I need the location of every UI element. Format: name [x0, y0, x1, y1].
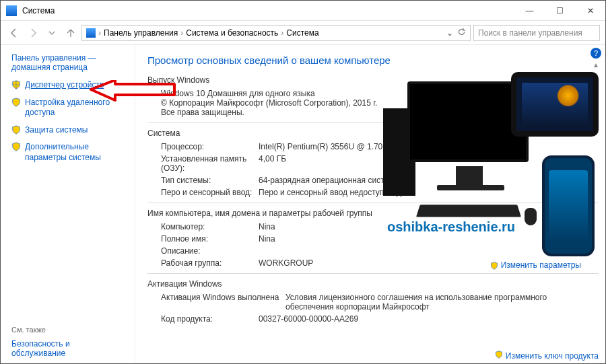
see-also-heading: См. также [11, 326, 126, 334]
back-button[interactable] [6, 25, 22, 41]
cpu-value: Intel(R) Pentium(R) 3556U @ 1.70GHz 1 [259, 142, 599, 151]
address-bar[interactable]: › Панель управления › Система и безопасн… [81, 25, 471, 41]
chevron-right-icon: › [281, 28, 283, 38]
crumb-control-panel[interactable]: Панель управления [104, 28, 178, 38]
ram-label: Установленная память (ОЗУ): [161, 154, 259, 173]
activation-status: Активация Windows выполнена [161, 293, 285, 312]
sidebar-item-label: Настройка удаленного доступа [25, 98, 131, 118]
scroll-up-icon[interactable]: ▲ [593, 61, 599, 69]
window-title: Система [22, 6, 514, 15]
desc-value [259, 246, 599, 256]
license-terms-link[interactable]: Условия лицензионного соглашения на испо… [285, 293, 575, 312]
right-rail: ? ▲ [591, 48, 601, 69]
app-icon [6, 5, 17, 16]
sidebar-item-label: Диспетчер устройств [25, 80, 104, 91]
chevron-down-icon[interactable]: ⌄ [446, 28, 453, 38]
section-activation: Активация Windows [147, 279, 599, 289]
crumb-system[interactable]: Система [286, 28, 318, 38]
sidebar-item-label: Дополнительные параметры системы [25, 142, 131, 163]
help-icon[interactable]: ? [591, 48, 601, 59]
sidebar-item-advanced[interactable]: Дополнительные параметры системы [11, 142, 131, 163]
section-system: Система [147, 129, 599, 138]
workgroup-label: Рабочая группа: [161, 258, 259, 268]
cpu-label: Процессор: [161, 142, 259, 151]
sidebar-item-device-manager[interactable]: Диспетчер устройств [11, 80, 131, 91]
crumb-system-security[interactable]: Система и безопасность [186, 28, 278, 38]
edition-name: Windows 10 Домашняя для одного языка [161, 89, 599, 98]
fullname-label: Полное имя: [161, 234, 259, 244]
shield-icon [11, 98, 21, 107]
section-windows-edition: Выпуск Windows [147, 75, 599, 85]
chevron-right-icon: › [180, 28, 183, 38]
location-icon [86, 28, 96, 38]
search-input[interactable]: Поиск в панели управления [473, 25, 600, 41]
title-bar: Система — ☐ ✕ [1, 1, 605, 21]
control-panel-home-link[interactable]: Панель управления — домашняя страница [11, 53, 131, 72]
sidebar-item-remote[interactable]: Настройка удаленного доступа [11, 98, 131, 118]
pen-value: Перо и сенсорный ввод недоступны д [259, 188, 599, 197]
shield-icon [11, 125, 21, 135]
sidebar-item-protection[interactable]: Защита системы [11, 125, 131, 136]
change-settings-text: Изменить параметры [501, 260, 581, 270]
change-key-text: Изменить ключ продукта [506, 351, 599, 361]
section-computer-name: Имя компьютера, имя домена и параметры р… [147, 209, 599, 218]
page-heading: Просмотр основных сведений о вашем компь… [147, 54, 599, 66]
product-key-label: Код продукта: [161, 314, 259, 324]
forward-button[interactable] [25, 25, 41, 41]
nav-bar: › Панель управления › Система и безопасн… [1, 21, 605, 45]
change-settings-link[interactable]: Изменить параметры [490, 260, 581, 270]
copyright-text: © Корпорация Майкрософт (Microsoft Corpo… [161, 98, 383, 117]
window-controls: — ☐ ✕ [514, 1, 605, 20]
main-panel: Просмотр основных сведений о вашем компь… [135, 45, 605, 364]
search-placeholder: Поиск в панели управления [478, 28, 582, 38]
fullname-value: Nina [259, 234, 599, 244]
systype-label: Тип системы: [161, 176, 259, 185]
computer-label: Компьютер: [161, 222, 259, 231]
refresh-icon[interactable] [457, 28, 466, 38]
chevron-right-icon: › [98, 28, 101, 38]
minimize-button[interactable]: — [514, 1, 545, 20]
shield-icon [11, 80, 21, 89]
address-bar-tools: ⌄ [442, 28, 466, 38]
computer-value: Nina [259, 222, 599, 231]
shield-icon [490, 262, 498, 270]
systype-value: 64-разрядная операционная система, [259, 176, 599, 185]
see-also-link-security[interactable]: Безопасность и обслуживание [11, 339, 126, 358]
maximize-button[interactable]: ☐ [545, 1, 575, 20]
close-button[interactable]: ✕ [575, 1, 605, 20]
sidebar: Панель управления — домашняя страница Ди… [1, 45, 135, 364]
shield-icon [11, 142, 21, 151]
shield-icon [495, 351, 505, 361]
up-button[interactable] [63, 25, 79, 41]
product-key-value: 00327-60000-00000-AA269 [259, 314, 599, 324]
ram-value: 4,00 ГБ [259, 154, 599, 173]
sidebar-item-label: Защита системы [25, 125, 88, 136]
desc-label: Описание: [161, 246, 259, 256]
see-also: См. также Безопасность и обслуживание [11, 326, 126, 362]
pen-label: Перо и сенсорный ввод: [161, 188, 259, 197]
content-area: Панель управления — домашняя страница Ди… [1, 45, 605, 364]
change-product-key-link[interactable]: Изменить ключ продукта [495, 351, 599, 361]
recent-button[interactable] [44, 25, 60, 41]
